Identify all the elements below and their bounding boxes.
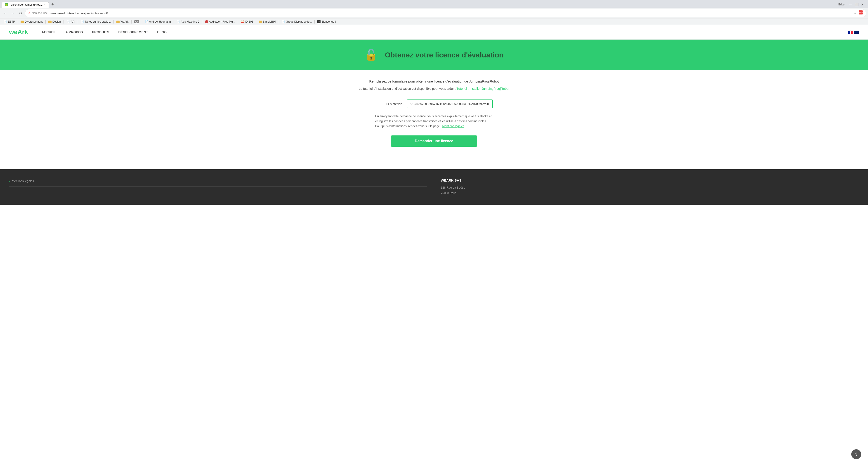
bookmark-label: Group Display widg... [286, 20, 312, 23]
header-flags [848, 31, 859, 34]
hero-banner: 🔓 Obtenez votre licence d'évaluation [0, 39, 868, 70]
bookmark-separator [279, 20, 279, 24]
folder-icon [21, 21, 24, 23]
bookmark-group-display[interactable]: 📄 Group Display widg... [280, 20, 313, 24]
bookmark-ah[interactable]: AH [132, 20, 141, 24]
tab-label: Télécharger JumpingFrog... [9, 3, 42, 6]
bookmark-separator [174, 20, 174, 24]
bookmark-audiotool[interactable]: A Audiotool - Free Mu... [203, 20, 237, 24]
footer-arrow-icon: › [9, 179, 10, 183]
bookmark-separator [18, 20, 18, 24]
footer-links-col: › Mentions légales [9, 178, 427, 195]
maximize-button[interactable]: ⬜ [855, 2, 859, 6]
logo-we: we [9, 29, 18, 35]
mentions-legales-link[interactable]: Mentions légales [442, 124, 465, 128]
bookmark-divertissement[interactable]: Divertissement [19, 20, 44, 24]
back-button[interactable]: ← [2, 10, 8, 16]
bookmark-acid-machine[interactable]: 📄 Acid Machine 2 [175, 20, 201, 24]
bookmark-icon: A [205, 20, 208, 23]
minimize-button[interactable]: — [848, 2, 852, 6]
browser-chrome: 🐸 Télécharger JumpingFrog... ✕ + Brice —… [0, 0, 868, 25]
footer-mentions-link[interactable]: › Mentions légales [9, 178, 427, 184]
close-button[interactable]: ✕ [860, 2, 864, 6]
bookmark-weark[interactable]: WeArk [115, 20, 130, 24]
forward-button[interactable]: → [9, 10, 16, 16]
form-row-id-materiel: ID Matériel* [337, 99, 531, 108]
bookmark-bienvenue[interactable]: W Bienvenue ! [315, 20, 338, 24]
site-footer: › Mentions légales WEARK SAS 128 Rue La … [0, 169, 868, 205]
bookmark-icon: 📄 [282, 20, 285, 23]
adblock-icon: ABP [859, 10, 863, 14]
bookmark-andrew[interactable]: 📄 Andrew Heumann [143, 20, 173, 24]
footer-separator [9, 186, 427, 187]
bookmark-ah-icon: AH [134, 20, 139, 23]
bookmark-label: Acid Machine 2 [181, 20, 199, 23]
bookmark-icon: 🥁 [241, 20, 244, 23]
submit-button[interactable]: Demander une licence [391, 135, 477, 147]
bookmark-label: Notes sur les pratiq... [85, 20, 111, 23]
hero-title: Obtenez votre licence d'évaluation [385, 51, 503, 59]
folder-icon [49, 21, 52, 23]
bookmark-star-button[interactable]: ☆ [852, 10, 858, 16]
bookmark-label: Audiotool - Free Mu... [209, 20, 235, 23]
nav-accueil[interactable]: ACCUEIL [41, 30, 57, 34]
bookmark-notes[interactable]: 📄 Notes sur les pratiq... [79, 20, 112, 24]
address-bar[interactable]: ⚠ Non sécurisé www.we-ark.fr/telecharger… [25, 9, 866, 17]
address-url: www.we-ark.fr/telecharger-jumpingfrogrob… [50, 11, 108, 15]
bookmark-separator [256, 20, 256, 24]
id-materiel-input[interactable] [407, 99, 493, 108]
tab-close-button[interactable]: ✕ [44, 3, 46, 6]
site-logo[interactable]: weArk [9, 29, 28, 36]
security-label: Non sécurisé [32, 11, 48, 15]
nav-apropos[interactable]: A PROPOS [66, 30, 83, 34]
bookmark-label: iO-808 [245, 20, 253, 23]
bookmark-simplebim[interactable]: SimpleBIM [257, 20, 278, 24]
footer-company-name: WEARK SAS [441, 178, 859, 182]
folder-icon [259, 21, 262, 23]
id-materiel-label: ID Matériel* [375, 102, 402, 106]
new-tab-button[interactable]: + [49, 1, 56, 8]
bookmark-icon: 📄 [81, 20, 84, 23]
window-controls: Brice — ⬜ ✕ [838, 2, 866, 6]
bookmark-label: Divertissement [25, 20, 42, 23]
bookmark-icon: 📄 [4, 20, 7, 23]
active-tab[interactable]: 🐸 Télécharger JumpingFrog... ✕ [2, 2, 49, 8]
bookmark-label: Bienvenue ! [321, 20, 336, 23]
main-content: Remplissez ce formulaire pour obtenir un… [332, 70, 536, 156]
website: weArk ACCUEIL A PROPOS PRODUITS DÉVELOPP… [0, 25, 868, 205]
bookmark-io808[interactable]: 🥁 iO-808 [239, 20, 255, 24]
footer-address-line2: 75008 Paris [441, 190, 859, 195]
flag-fr[interactable] [848, 31, 853, 34]
reload-button[interactable]: ↻ [17, 10, 24, 16]
footer-company-col: WEARK SAS 128 Rue La Boétie 75008 Paris [441, 178, 859, 195]
bookmark-label: Andrew Heumann [149, 20, 171, 23]
site-header: weArk ACCUEIL A PROPOS PRODUITS DÉVELOPP… [0, 25, 868, 39]
bookmark-label: API [71, 20, 75, 23]
window-title: Brice [838, 3, 844, 6]
bookmark-label: ESTP [8, 20, 15, 23]
tutorial-link[interactable]: Tutoriel : Installer JumpingFrog|Robot [456, 87, 509, 90]
nav-blog[interactable]: BLOG [157, 30, 166, 34]
bookmark-label: WeArk [121, 20, 129, 23]
bookmark-estp[interactable]: 📄 ESTP [2, 20, 17, 24]
logo-ark: Ark [18, 29, 28, 35]
flag-gb[interactable] [854, 31, 859, 34]
bookmark-label: Design [53, 20, 61, 23]
bookmark-icon: 📄 [66, 20, 70, 23]
bookmark-design[interactable]: Design [46, 20, 63, 24]
bookmark-icon: 📄 [145, 20, 148, 23]
nav-developpement[interactable]: DÉVELOPPEMENT [119, 30, 148, 34]
bookmark-icon: W [317, 20, 320, 23]
nav-produits[interactable]: PRODUITS [92, 30, 109, 34]
bookmarks-bar: 📄 ESTP Divertissement Design 📄 API 📄 Not… [0, 19, 868, 25]
footer-address: 128 Rue La Boétie 75008 Paris [441, 185, 859, 195]
form-tutorial: Le tutoriel d'installation et d'activati… [337, 87, 531, 90]
bookmark-separator [142, 20, 142, 24]
bookmark-api[interactable]: 📄 API [65, 20, 77, 24]
address-actions: ☆ ABP [852, 10, 863, 16]
site-nav: ACCUEIL A PROPOS PRODUITS DÉVELOPPEMENT … [41, 30, 167, 34]
footer-address-line1: 128 Rue La Boétie [441, 185, 859, 190]
footer-link-label: Mentions légales [12, 179, 34, 183]
folder-icon [116, 21, 120, 23]
unlock-icon: 🔓 [364, 49, 378, 61]
